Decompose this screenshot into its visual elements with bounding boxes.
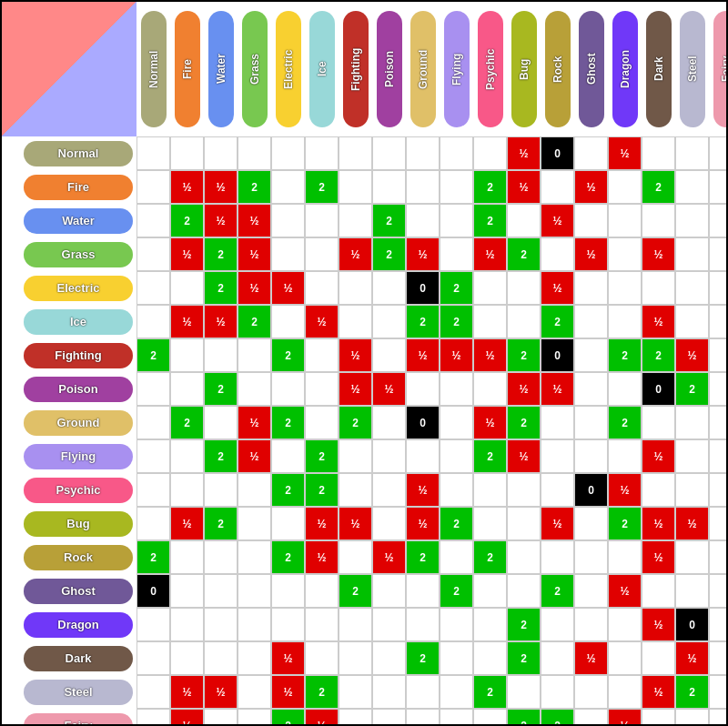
cell-15-7: [372, 641, 406, 675]
cell-5-13: [574, 305, 608, 338]
col-header-normal: Normal: [136, 2, 170, 136]
cell-11-14: 2: [608, 507, 642, 540]
cell-5-1: ½: [170, 305, 204, 338]
cell-13-1: [170, 574, 204, 608]
cell-4-12: ½: [541, 271, 574, 305]
cell-7-14: [608, 372, 642, 406]
cell-5-10: [473, 305, 507, 338]
cell-0-2: [204, 136, 238, 170]
cell-0-1: [170, 136, 204, 170]
cell-6-2: [204, 338, 238, 372]
cell-17-1: ½: [170, 709, 204, 726]
cell-4-17: [709, 271, 728, 305]
grid-row-8: 2½220½22: [136, 406, 728, 439]
cell-15-14: [608, 641, 642, 675]
cell-8-13: [574, 406, 608, 439]
cell-6-0: 2: [136, 338, 170, 372]
cell-13-13: [574, 574, 608, 608]
cell-2-16: [675, 204, 709, 237]
cell-8-4: 2: [271, 406, 305, 439]
cell-16-6: [339, 675, 372, 709]
cell-4-7: [372, 271, 406, 305]
row-header-rock: Rock: [2, 540, 136, 574]
cell-2-17: [709, 204, 728, 237]
cell-13-14: ½: [608, 574, 642, 608]
cell-0-3: [238, 136, 271, 170]
cell-0-4: [271, 136, 305, 170]
cell-0-11: ½: [507, 136, 541, 170]
cell-5-0: [136, 305, 170, 338]
cell-5-8: 2: [406, 305, 440, 338]
cell-12-14: [608, 540, 642, 574]
cell-15-9: [440, 641, 473, 675]
cell-2-8: [406, 204, 440, 237]
cell-16-15: ½: [642, 675, 675, 709]
cell-14-6: [339, 608, 372, 641]
grid-row-10: 22½0½: [136, 473, 728, 507]
cell-9-11: ½: [507, 439, 541, 473]
cell-15-16: ½: [675, 641, 709, 675]
cell-3-5: [305, 237, 339, 271]
cell-16-3: [238, 675, 271, 709]
col-header-grass: Grass: [238, 2, 271, 136]
row-header-steel: Steel: [2, 675, 136, 709]
cell-8-5: [305, 406, 339, 439]
grid-row-0: ½0½: [136, 136, 728, 170]
cell-13-8: [406, 574, 440, 608]
col-header-dragon: Dragon: [608, 2, 642, 136]
cell-3-16: [675, 237, 709, 271]
cell-16-16: 2: [675, 675, 709, 709]
cell-7-12: ½: [541, 372, 574, 406]
cell-13-15: [642, 574, 675, 608]
cell-12-17: [709, 540, 728, 574]
cell-7-0: [136, 372, 170, 406]
cell-13-17: [709, 574, 728, 608]
cell-4-11: [507, 271, 541, 305]
cell-3-7: 2: [372, 237, 406, 271]
cell-8-9: [440, 406, 473, 439]
cell-7-5: [305, 372, 339, 406]
col-header-ghost: Ghost: [574, 2, 608, 136]
cell-7-7: ½: [372, 372, 406, 406]
cell-14-15: ½: [642, 608, 675, 641]
cell-2-14: [608, 204, 642, 237]
cell-2-13: [574, 204, 608, 237]
cell-5-17: [709, 305, 728, 338]
cell-14-14: [608, 608, 642, 641]
cell-6-7: [372, 338, 406, 372]
cell-11-13: [574, 507, 608, 540]
cell-8-8: 0: [406, 406, 440, 439]
cell-2-12: ½: [541, 204, 574, 237]
cell-10-1: [170, 473, 204, 507]
corner: [2, 2, 136, 136]
cell-9-8: [406, 439, 440, 473]
cell-15-1: [170, 641, 204, 675]
cell-8-1: 2: [170, 406, 204, 439]
cell-8-7: [372, 406, 406, 439]
cell-13-6: 2: [339, 574, 372, 608]
cell-12-7: ½: [372, 540, 406, 574]
cell-12-9: [440, 540, 473, 574]
col-header-electric: Electric: [271, 2, 305, 136]
cell-7-9: [440, 372, 473, 406]
cell-7-2: 2: [204, 372, 238, 406]
cell-0-15: [642, 136, 675, 170]
cell-0-9: [440, 136, 473, 170]
cell-1-11: ½: [507, 170, 541, 204]
cell-4-5: [305, 271, 339, 305]
cell-3-10: ½: [473, 237, 507, 271]
grid-row-15: ½22½½: [136, 641, 728, 675]
cell-17-3: [238, 709, 271, 726]
cell-10-17: [709, 473, 728, 507]
cell-5-7: [372, 305, 406, 338]
cell-9-6: [339, 439, 372, 473]
cell-1-17: [709, 170, 728, 204]
row-header-fire: Fire: [2, 170, 136, 204]
cell-17-17: [709, 709, 728, 726]
cell-14-2: [204, 608, 238, 641]
cell-8-10: ½: [473, 406, 507, 439]
cell-2-3: ½: [238, 204, 271, 237]
cell-16-10: 2: [473, 675, 507, 709]
cell-14-7: [372, 608, 406, 641]
cell-15-4: ½: [271, 641, 305, 675]
